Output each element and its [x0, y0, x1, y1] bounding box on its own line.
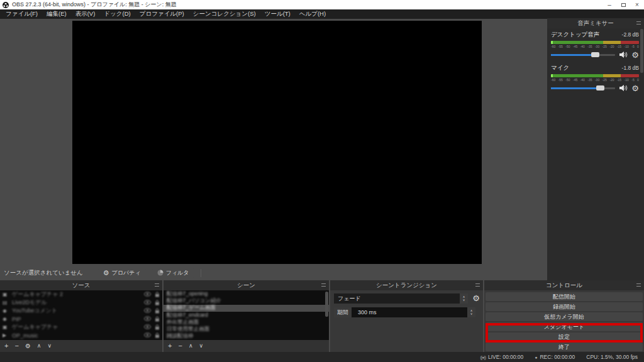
live-timer: LIVE: 00:00:00 — [488, 354, 523, 360]
speaker-icon[interactable] — [619, 84, 628, 92]
meter-tick-label: -25 — [602, 45, 607, 48]
menu-item[interactable]: ドック(D) — [99, 10, 135, 18]
remove-scene-button[interactable]: − — [178, 343, 182, 349]
channel-db-value: -2.8 dB — [622, 31, 639, 38]
source-list-item[interactable]: ◉ YouTubeコメント — [0, 307, 162, 315]
properties-label: プロパティ — [112, 269, 141, 277]
broadcast-icon: ((●)) — [480, 355, 486, 359]
volume-slider[interactable] — [551, 85, 615, 90]
duration-input[interactable]: 300 ms — [352, 307, 467, 317]
menu-item[interactable]: ファイル(F) — [1, 10, 42, 18]
volume-slider-thumb[interactable] — [591, 52, 599, 57]
source-list-item[interactable]: ◉ PIP — [0, 315, 162, 323]
control-button[interactable]: 仮想カメラ開始 — [486, 312, 643, 321]
sources-header[interactable]: ソース — [0, 280, 162, 290]
menu-item[interactable]: 編集(E) — [42, 10, 71, 18]
move-source-down-button[interactable]: ∨ — [47, 343, 52, 349]
volume-slider[interactable] — [551, 52, 615, 57]
control-button[interactable]: 録画開始 — [486, 302, 643, 311]
lock-icon[interactable] — [155, 324, 160, 330]
move-source-up-button[interactable]: ∧ — [37, 343, 42, 349]
scene-list-item[interactable]: 配信枠7_パソコン紹介 — [164, 297, 329, 304]
meter-green-zone — [553, 74, 603, 77]
channel-db-value: -1.8 dB — [622, 65, 639, 71]
move-scene-up-button[interactable]: ∧ — [189, 343, 193, 349]
minimize-button[interactable]: – — [602, 0, 616, 9]
duration-stepper[interactable]: ∧ ∨ — [467, 307, 475, 317]
meter-tick-label: -15 — [617, 45, 621, 48]
eye-icon[interactable] — [144, 308, 151, 313]
properties-button[interactable]: ⚙ プロパティ — [98, 268, 146, 278]
meter-tick-label: 0 — [637, 78, 639, 82]
menu-item[interactable]: ヘルプ(H) — [295, 10, 330, 18]
remove-source-button[interactable]: − — [14, 343, 18, 349]
eye-icon[interactable] — [144, 292, 151, 297]
menu-item[interactable]: プロファイル(P) — [135, 10, 189, 18]
meter-tick-label: -20 — [609, 78, 614, 82]
source-list-item[interactable]: ▤ Live2Dモデル — [0, 299, 162, 307]
control-button[interactable]: 配信開始 — [486, 292, 643, 301]
lock-icon[interactable] — [155, 332, 160, 338]
source-list-item[interactable]: ▶ OP_music — [0, 331, 162, 339]
audio-mixer-header[interactable]: 音声ミキサー — [547, 18, 644, 28]
scene-list-item[interactable]: 日常使用禁止画面 — [164, 326, 329, 332]
preview-canvas[interactable] — [72, 21, 482, 264]
source-list-item[interactable]: ▣ ゲームキャプチャ 2 — [0, 290, 162, 299]
meter-tick-label: -30 — [595, 45, 599, 48]
filters-button[interactable]: フィルタ — [152, 268, 194, 278]
close-button[interactable]: × — [630, 0, 644, 9]
eye-icon[interactable] — [144, 332, 151, 337]
dock-grip-icon — [636, 21, 641, 25]
scene-list-item[interactable]: 外出禁止画面 — [164, 319, 329, 326]
source-name: YouTubeコメント — [12, 307, 141, 315]
transition-select[interactable]: フェード ∧ ∨ — [334, 293, 468, 304]
scene-list-item[interactable]: 雑談配信枠 — [164, 333, 329, 340]
control-button[interactable]: 終了 — [486, 343, 643, 351]
eye-icon[interactable] — [144, 324, 151, 329]
meter-yellow-zone — [603, 74, 621, 77]
meter-yellow-zone — [603, 41, 621, 44]
meter-tick-label: -50 — [565, 45, 570, 48]
meter-tick-label: -60 — [551, 45, 555, 48]
eye-icon[interactable] — [144, 300, 151, 305]
meter-tick-label: -5 — [631, 45, 634, 48]
volume-slider-thumb[interactable] — [596, 85, 604, 90]
speaker-icon[interactable] — [619, 51, 628, 58]
menu-item[interactable]: 表示(V) — [71, 10, 100, 18]
meter-tick-label: -40 — [580, 45, 585, 48]
toolbar-separator — [201, 269, 201, 277]
menu-item[interactable]: シーンコレクション(S) — [189, 10, 260, 18]
source-list-item[interactable]: ▣ ゲームキャプチャ — [0, 323, 162, 331]
lock-icon[interactable] — [155, 300, 160, 305]
lock-icon[interactable] — [155, 292, 160, 297]
lock-icon[interactable] — [155, 316, 160, 322]
transition-gear-icon[interactable]: ⚙ — [472, 293, 480, 304]
add-source-button[interactable]: + — [4, 343, 8, 349]
scene-list-item[interactable]: 配信枠7_ゲーム画面 — [164, 305, 329, 312]
source-properties-button[interactable]: ⚙ — [25, 343, 31, 349]
meter-red-zone — [621, 74, 639, 77]
maximize-button[interactable] — [616, 0, 630, 9]
move-scene-down-button[interactable]: ∨ — [199, 343, 203, 349]
meter-tick-label: -30 — [595, 78, 599, 82]
channel-gear-icon[interactable]: ⚙ — [631, 51, 639, 59]
scene-list-item[interactable]: 配信枠7_endcard — [164, 312, 329, 319]
scenes-scrollbar[interactable] — [325, 292, 328, 317]
lock-icon[interactable] — [155, 308, 160, 314]
eye-icon[interactable] — [144, 316, 151, 321]
channel-gear-icon[interactable]: ⚙ — [631, 84, 639, 92]
scene-transitions-header[interactable]: シーントランジション — [330, 280, 483, 290]
scene-list-item[interactable]: 配信枠7_opening — [164, 290, 329, 297]
add-scene-button[interactable]: + — [168, 343, 172, 349]
meter-red-zone — [621, 41, 639, 44]
scenes-header[interactable]: シーン — [164, 280, 329, 290]
mixer-scrollbar[interactable] — [640, 29, 643, 73]
menu-bar: ファイル(F)編集(E)表示(V)ドック(D)プロファイル(P)シーンコレクショ… — [0, 9, 644, 19]
rec-timer: REC: 00:00:00 — [540, 354, 575, 360]
controls-title: コントロール — [546, 282, 582, 290]
controls-header[interactable]: コントロール — [484, 280, 644, 290]
sources-toolbar: + − ⚙ ∧ ∨ — [0, 340, 162, 352]
menu-item[interactable]: ツール(T) — [260, 10, 295, 18]
obs-window: OBS 27.2.3 (64-bit, windows) - プロファイル: 無… — [0, 0, 644, 362]
transition-select-stepper[interactable]: ∧ ∨ — [460, 293, 468, 304]
